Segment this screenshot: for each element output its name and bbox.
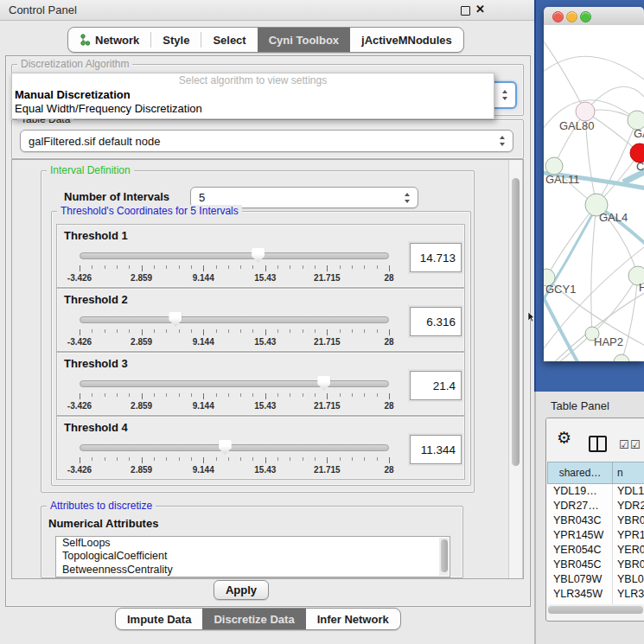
- tab-network[interactable]: Network: [68, 28, 150, 52]
- node-label-gal4: GAL4: [599, 211, 628, 224]
- mode-tab-impute-data[interactable]: Impute Data: [116, 609, 202, 629]
- slider-thumb-icon[interactable]: [219, 440, 232, 455]
- network-window-titlebar[interactable]: [544, 7, 644, 26]
- slider-ticks: [80, 265, 389, 273]
- dropdown-option-equal-width-frequency-discretization[interactable]: Equal Width/Frequency Discretization: [12, 102, 494, 116]
- slider-thumb-icon[interactable]: [252, 248, 265, 263]
- control-panel-title: Control Panel: [9, 0, 77, 20]
- numerical-attributes-list[interactable]: SelfLoopsTopologicalCoefficientBetweenne…: [55, 536, 450, 577]
- table-row[interactable]: YDR27…YDR2: [547, 499, 644, 513]
- table-horizontal-scrollbar[interactable]: [548, 606, 643, 614]
- threshold-label: Threshold 2: [64, 293, 128, 306]
- cell-name: YBR0: [617, 513, 644, 528]
- cyni-mode-tabbar: Impute DataDiscretize DataInfer Network: [115, 608, 401, 630]
- columns-icon[interactable]: [589, 436, 607, 452]
- network-node[interactable]: [545, 157, 563, 175]
- table-row[interactable]: YPR145WYPR1: [547, 528, 644, 543]
- slider-track[interactable]: [80, 444, 389, 451]
- cell-shared-name: YBR045C: [553, 558, 602, 572]
- algorithm-dropdown-popup: Select algorithm to view settings Manual…: [11, 73, 494, 119]
- apply-button[interactable]: Apply: [214, 580, 269, 600]
- network-edge[interactable]: [596, 120, 637, 205]
- column-header-shared[interactable]: shared…: [547, 462, 613, 484]
- attribute-item-betweennesscentrality[interactable]: BetweennessCentrality: [56, 564, 450, 577]
- cell-shared-name: YDR27…: [553, 499, 599, 513]
- table-row[interactable]: YER054CYER0: [547, 543, 644, 558]
- threshold-slider[interactable]: [80, 439, 389, 456]
- slider-tick-labels: -3.4262.8599.14415.4321.71528: [80, 337, 389, 348]
- zoom-traffic-light[interactable]: [580, 11, 591, 22]
- mode-tab-infer-network[interactable]: Infer Network: [306, 609, 400, 629]
- threshold-slider[interactable]: [80, 375, 389, 392]
- mouse-cursor: [527, 312, 536, 322]
- table-row[interactable]: YDL19…YDL1: [547, 484, 644, 499]
- slider-track[interactable]: [80, 380, 389, 387]
- attributes-scrollbar[interactable]: [439, 538, 449, 576]
- network-view-window: GAL80GACGAL11GAL4GCY1HHAP2: [544, 7, 644, 361]
- attribute-item-selfloops[interactable]: SelfLoops: [56, 537, 450, 550]
- network-node[interactable]: [576, 102, 595, 121]
- dropdown-option-manual-discretization[interactable]: Manual Discretization: [12, 88, 494, 102]
- network-node[interactable]: [614, 354, 629, 361]
- slider-ticks: [80, 329, 389, 337]
- threshold-value-field[interactable]: 11.344: [410, 435, 462, 464]
- table-data-combobox[interactable]: galFiltered.sif default node: [20, 130, 513, 152]
- dropdown-placeholder: Select algorithm to view settings: [12, 73, 494, 88]
- gear-icon[interactable]: ⚙: [557, 428, 571, 448]
- threshold-row-1: Threshold 1-3.4262.8599.14415.4321.71528…: [56, 224, 465, 288]
- node-label-gal11: GAL11: [545, 173, 580, 186]
- close-traffic-light[interactable]: [552, 11, 564, 22]
- control-panel-tabbar: NetworkStyleSelectCyni ToolboxjActiveMNo…: [67, 27, 464, 53]
- cell-shared-name: YDL19…: [553, 484, 597, 499]
- table-row[interactable]: YBR045CYBR0: [547, 558, 644, 572]
- slider-track[interactable]: [80, 252, 389, 259]
- attribute-item-topologicalcoefficient[interactable]: TopologicalCoefficient: [56, 550, 450, 563]
- network-edge[interactable]: [546, 205, 596, 277]
- threshold-row-2: Threshold 2-3.4262.8599.14415.4321.71528…: [56, 288, 465, 352]
- slider-track[interactable]: [80, 316, 389, 323]
- combo-arrows-icon[interactable]: [499, 136, 506, 146]
- tab-style[interactable]: Style: [151, 28, 201, 52]
- table-panel: Table Panel ⚙ ☑ ☑ shared…n YDL19…YDL1YDR…: [534, 392, 644, 644]
- close-icon[interactable]: ✕: [475, 3, 485, 16]
- network-edge[interactable]: [544, 56, 644, 86]
- combo-arrows-icon[interactable]: [404, 193, 411, 203]
- threshold-slider[interactable]: [80, 247, 389, 265]
- cell-shared-name: YIL052C: [553, 602, 596, 604]
- table-row[interactable]: YBL079WYBL0: [547, 572, 644, 587]
- table-row[interactable]: YIL052CYIL0: [547, 602, 644, 604]
- mode-tab-discretize-data[interactable]: Discretize Data: [202, 609, 305, 629]
- threshold-slider[interactable]: [80, 311, 389, 328]
- threshold-value-field[interactable]: 21.4: [410, 371, 462, 400]
- dropdown-options: Manual DiscretizationEqual Width/Frequen…: [12, 88, 494, 116]
- slider-tick-labels: -3.4262.8599.14415.4321.71528: [80, 401, 389, 411]
- threshold-value-field[interactable]: 6.316: [410, 307, 462, 336]
- attributes-group: Attributes to discretize Numerical Attri…: [41, 506, 463, 578]
- slider-thumb-icon[interactable]: [169, 312, 182, 327]
- table-row[interactable]: YBR043CYBR0: [547, 513, 644, 528]
- node-label-gcy1: GCY1: [545, 283, 576, 296]
- tab-label: Style: [163, 34, 189, 47]
- slider-thumb-icon[interactable]: [317, 376, 330, 391]
- network-edge[interactable]: [544, 32, 585, 112]
- tab-jactivemnodules[interactable]: jActiveMNodules: [350, 28, 463, 52]
- column-header-n[interactable]: n: [612, 462, 644, 484]
- cell-name: YDR2: [617, 499, 644, 513]
- tab-cyni-toolbox[interactable]: Cyni Toolbox: [258, 28, 350, 52]
- node-label-c: C: [636, 160, 644, 173]
- control-panel: Control Panel ✕ NetworkStyleSelectCyni T…: [0, 0, 534, 644]
- settings-scrollbar-track[interactable]: [508, 160, 523, 578]
- settings-scrollbar-thumb[interactable]: [512, 178, 520, 466]
- table-data-group: Table Data galFiltered.sif default node: [11, 119, 524, 159]
- table-rows: YDL19…YDL1YDR27…YDR2YBR043CYBR0YPR145WYP…: [547, 484, 644, 604]
- table-row[interactable]: YLR345WYLR3: [547, 587, 644, 602]
- checkbox-icon[interactable]: ☑: [630, 438, 641, 451]
- threshold-value-field[interactable]: 14.713: [410, 243, 462, 272]
- tab-select[interactable]: Select: [201, 28, 257, 52]
- checkbox-icon[interactable]: ☑: [619, 438, 629, 451]
- threshold-label: Threshold 4: [64, 421, 128, 434]
- float-icon[interactable]: [461, 6, 470, 16]
- minimize-traffic-light[interactable]: [566, 11, 577, 22]
- network-canvas[interactable]: GAL80GACGAL11GAL4GCY1HHAP2: [544, 25, 644, 361]
- combo-arrows-icon[interactable]: [501, 90, 508, 100]
